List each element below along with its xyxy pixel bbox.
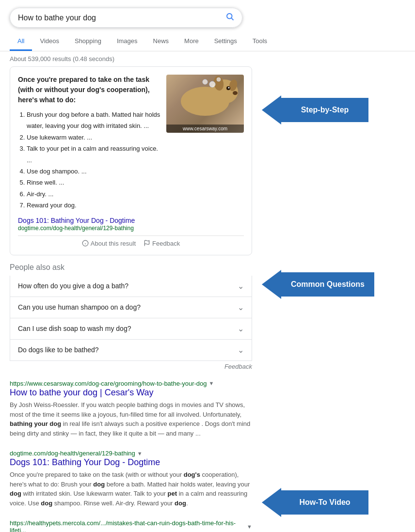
result-url-line-3: https://healthypets.mercola.com/.../mist… bbox=[10, 519, 252, 532]
result-dropdown-1[interactable]: ▼ bbox=[209, 380, 214, 386]
arrow-left-icon-2 bbox=[262, 270, 281, 299]
search-bar-container bbox=[0, 0, 415, 28]
arrow-left-icon-1 bbox=[262, 95, 281, 125]
search-result-2: dogtime.com/dog-health/general/129-bathi… bbox=[10, 450, 252, 508]
result-url-2: dogtime.com/dog-health/general/129-bathi… bbox=[10, 450, 135, 457]
paa-question-2: Can you use human shampoo on a dog? bbox=[18, 303, 141, 311]
svg-point-6 bbox=[233, 91, 238, 95]
chevron-down-icon-1: ⌄ bbox=[238, 282, 244, 291]
search-button[interactable] bbox=[225, 12, 234, 23]
snippet-step-7: Reward your dog. bbox=[27, 200, 160, 211]
snippet-image-caption: www.cesarsway.com bbox=[166, 125, 244, 133]
tab-settings[interactable]: Settings bbox=[207, 32, 245, 51]
paa-question-3: Can I use dish soap to wash my dog? bbox=[18, 325, 131, 332]
results-column: Once you're prepared to take on the task… bbox=[10, 66, 252, 532]
how-to-video-label: How-To Video bbox=[281, 490, 368, 515]
result-dropdown-2[interactable]: ▼ bbox=[137, 451, 143, 456]
tab-shopping[interactable]: Shopping bbox=[67, 32, 109, 51]
annotations-column: Step-by-Step Common Questions How-To Vid… bbox=[252, 66, 405, 532]
snippet-link: Dogs 101: Bathing Your Dog - Dogtime dog… bbox=[18, 216, 244, 232]
search-result-1: https://www.cesarsway.com/dog-care/groom… bbox=[10, 380, 252, 438]
snippet-actions: About this result Feedback bbox=[18, 235, 244, 247]
snippet-step-1: Brush your dog before a bath. Matted hai… bbox=[27, 109, 160, 132]
paa-item-4[interactable]: Do dogs like to be bathed? ⌄ bbox=[10, 340, 252, 361]
svg-point-8 bbox=[228, 87, 230, 89]
paa-item-1[interactable]: How often do you give a dog a bath? ⌄ bbox=[10, 276, 252, 297]
tab-more[interactable]: More bbox=[176, 32, 207, 51]
featured-snippet: Once you're prepared to take on the task… bbox=[10, 66, 252, 255]
chevron-down-icon-2: ⌄ bbox=[238, 303, 244, 312]
search-input[interactable] bbox=[18, 14, 225, 22]
snippet-text: Once you're prepared to take on the task… bbox=[18, 75, 160, 211]
snippet-step-6: Air-dry. ... bbox=[27, 188, 160, 200]
info-icon bbox=[82, 240, 89, 247]
snippet-intro: Once you're prepared to take on the task… bbox=[18, 75, 160, 105]
arrow-left-icon-3 bbox=[262, 488, 281, 517]
result-title-1[interactable]: How to bathe your dog | Cesar's Way bbox=[10, 388, 154, 397]
paa-title: People also ask bbox=[10, 263, 252, 272]
common-questions-annotation: Common Questions bbox=[262, 270, 405, 299]
snippet-image: www.cesarsway.com bbox=[166, 75, 244, 133]
result-url-3: https://healthypets.mercola.com/.../mist… bbox=[10, 519, 245, 532]
search-result-3: https://healthypets.mercola.com/.../mist… bbox=[10, 519, 252, 532]
result-url-1: https://www.cesarsway.com/dog-care/groom… bbox=[10, 380, 207, 387]
step-by-step-annotation: Step-by-Step bbox=[262, 95, 405, 125]
svg-point-10 bbox=[217, 78, 221, 81]
paa-item-2[interactable]: Can you use human shampoo on a dog? ⌄ bbox=[10, 297, 252, 318]
snippet-image-inner: www.cesarsway.com bbox=[166, 75, 244, 133]
result-desc-2: Once you're prepared to take on the task… bbox=[10, 470, 252, 508]
common-questions-label: Common Questions bbox=[281, 272, 374, 297]
paa-feedback[interactable]: Feedback bbox=[10, 361, 252, 376]
tab-news[interactable]: News bbox=[145, 32, 177, 51]
svg-line-1 bbox=[231, 18, 233, 20]
snippet-step-5: Rinse well. ... bbox=[27, 177, 160, 188]
snippet-step-4: Use dog shampoo. ... bbox=[27, 166, 160, 177]
nav-tabs: All Videos Shopping Images News More Set… bbox=[0, 32, 415, 51]
result-url-line-1: https://www.cesarsway.com/dog-care/groom… bbox=[10, 380, 252, 387]
feedback-label: Feedback bbox=[152, 240, 180, 247]
snippet-title-link[interactable]: Dogs 101: Bathing Your Dog - Dogtime bbox=[18, 217, 135, 224]
paa-question-4: Do dogs like to be bathed? bbox=[18, 346, 99, 354]
result-dropdown-3[interactable]: ▼ bbox=[247, 524, 252, 530]
chevron-down-icon-3: ⌄ bbox=[238, 324, 244, 333]
tab-videos[interactable]: Videos bbox=[32, 32, 67, 51]
paa-item-3[interactable]: Can I use dish soap to wash my dog? ⌄ bbox=[10, 318, 252, 340]
people-also-ask: People also ask How often do you give a … bbox=[10, 263, 252, 376]
about-result-label: About this result bbox=[91, 240, 136, 247]
flag-icon bbox=[144, 240, 150, 247]
about-result-action[interactable]: About this result bbox=[82, 240, 136, 247]
snippet-steps-list: Brush your dog before a bath. Matted hai… bbox=[18, 109, 160, 211]
result-desc-1: By Josh Weiss-Roessler. If you watch peo… bbox=[10, 400, 252, 438]
tab-tools[interactable]: Tools bbox=[245, 32, 275, 51]
feedback-action[interactable]: Feedback bbox=[144, 240, 180, 247]
result-title-2[interactable]: Dogs 101: Bathing Your Dog - Dogtime bbox=[10, 457, 160, 467]
snippet-step-2: Use lukewarm water. ... bbox=[27, 132, 160, 143]
step-by-step-label: Step-by-Step bbox=[281, 98, 368, 122]
snippet-step-3: Talk to your pet in a calm and reassurin… bbox=[27, 143, 160, 166]
snippet-url: dogtime.com/dog-health/general/129-bathi… bbox=[18, 225, 244, 232]
chevron-down-icon-4: ⌄ bbox=[238, 345, 244, 355]
svg-point-11 bbox=[203, 79, 208, 84]
tab-all[interactable]: All bbox=[10, 32, 32, 51]
result-url-line-2: dogtime.com/dog-health/general/129-bathi… bbox=[10, 450, 252, 457]
snippet-body: Once you're prepared to take on the task… bbox=[18, 75, 244, 211]
svg-point-0 bbox=[227, 14, 232, 19]
main-layout: Once you're prepared to take on the task… bbox=[0, 66, 415, 532]
paa-question-1: How often do you give a dog a bath? bbox=[18, 282, 128, 290]
search-bar bbox=[10, 8, 242, 28]
svg-point-9 bbox=[209, 81, 215, 87]
tab-images[interactable]: Images bbox=[109, 32, 145, 51]
how-to-video-annotation: How-To Video bbox=[262, 488, 405, 517]
result-count: About 539,000 results (0.48 seconds) bbox=[0, 51, 415, 66]
